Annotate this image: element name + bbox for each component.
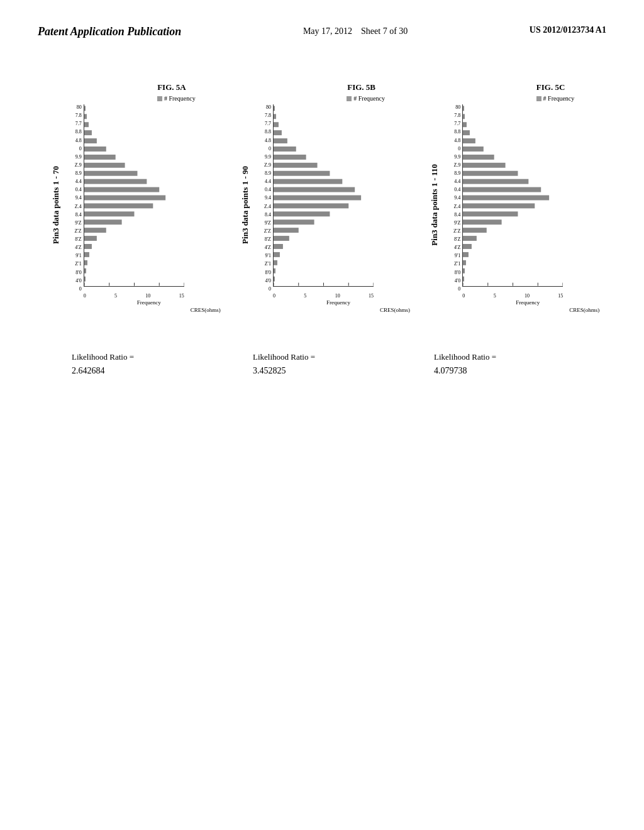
svg-rect-68 — [463, 163, 506, 168]
likelihood-section: Likelihood Ratio = 2.642684 Likelihood R… — [38, 351, 606, 378]
svg-rect-48 — [274, 106, 275, 111]
svg-rect-28 — [274, 268, 275, 274]
histogram-svg-5a — [84, 104, 184, 287]
svg-rect-10 — [84, 196, 165, 201]
svg-rect-19 — [84, 122, 89, 127]
chart-inner-5b: 80 7.8 7.7 8.8 4.8 0 9.9 Z.9 8.9 4.4 0.4… — [255, 104, 404, 306]
svg-rect-33 — [274, 228, 299, 233]
svg-rect-13 — [84, 171, 137, 176]
svg-rect-36 — [274, 203, 348, 208]
svg-rect-75 — [463, 106, 464, 111]
chart-area-5c: Pin3 data points 1 - 110 80 7.8 7.7 8.8 … — [430, 104, 593, 306]
svg-rect-14 — [84, 163, 125, 168]
svg-rect-20 — [84, 114, 87, 119]
chart-fig5b: FIG. 5B # Frequency Pin3 data points 1 -… — [231, 82, 413, 313]
svg-rect-0 — [84, 277, 86, 282]
svg-rect-61 — [463, 219, 502, 224]
header-info: May 17, 2012 Sheet 7 of 30 — [303, 25, 408, 38]
svg-rect-63 — [463, 203, 535, 208]
svg-rect-60 — [463, 228, 487, 233]
likelihood-ratio-label-5b: Likelihood Ratio = — [253, 351, 391, 364]
likelihood-box-5c: Likelihood Ratio = 4.079738 — [434, 351, 572, 378]
svg-rect-38 — [274, 187, 355, 192]
svg-rect-30 — [274, 252, 280, 257]
chart-freq-label-5c: # Frequency — [536, 95, 575, 102]
svg-rect-45 — [274, 130, 282, 135]
svg-rect-11 — [84, 187, 159, 192]
likelihood-ratio-value-5c: 4.079738 — [434, 364, 572, 378]
svg-rect-44 — [274, 138, 287, 143]
likelihood-ratio-value-5b: 3.452825 — [253, 364, 391, 378]
chart-inner-5c: 80 7.8 7.7 8.8 4.8 0 9.9 Z.9 8.9 4.4 0.4… — [445, 104, 593, 306]
svg-rect-59 — [463, 236, 477, 241]
svg-rect-64 — [463, 196, 549, 201]
svg-rect-32 — [274, 236, 289, 241]
likelihood-ratio-label-5c: Likelihood Ratio = — [434, 351, 572, 364]
page-header: Patent Application Publication May 17, 2… — [0, 0, 644, 51]
svg-rect-56 — [463, 260, 466, 265]
publication-title: Patent Application Publication — [38, 25, 181, 38]
svg-rect-8 — [84, 211, 135, 216]
svg-rect-2 — [84, 260, 87, 265]
svg-rect-40 — [274, 171, 330, 176]
pub-date: May 17, 2012 — [303, 26, 352, 36]
cres-label-5a: CRES(ohms) — [191, 307, 221, 313]
svg-rect-42 — [274, 155, 306, 160]
chart-area-5b: Pin3 data points 1 - 90 80 7.8 7.7 8.8 4… — [240, 104, 404, 306]
main-content: FIG. 5A # Frequency Pin3 data points 1 -… — [0, 51, 644, 390]
svg-rect-62 — [463, 211, 518, 216]
chart-area-5a: Pin3 data points 1 - 70 80 7.8 7.7 8.8 4… — [51, 104, 214, 306]
chart-freq-label-5a: # Frequency — [157, 95, 196, 102]
y-axis-label-5a: Pin3 data points 1 - 70 — [51, 166, 61, 244]
x-label-5b: Frequency — [273, 299, 404, 306]
patent-number: US 2012/0123734 A1 — [530, 25, 606, 35]
chart-fig5a: FIG. 5A # Frequency Pin3 data points 1 -… — [42, 82, 224, 313]
chart-title-5a: FIG. 5A — [157, 82, 186, 92]
svg-rect-43 — [274, 147, 296, 152]
svg-rect-55 — [463, 268, 465, 274]
freq-square-5a — [157, 96, 162, 101]
charts-row: FIG. 5A # Frequency Pin3 data points 1 -… — [38, 82, 606, 313]
svg-rect-29 — [274, 260, 277, 265]
svg-rect-17 — [84, 138, 97, 143]
svg-rect-66 — [463, 179, 528, 184]
x-ticks-5b: 0 5 10 15 — [273, 292, 374, 299]
y-axis-label-5b: Pin3 data points 1 - 90 — [240, 166, 250, 244]
svg-rect-72 — [463, 130, 470, 135]
likelihood-ratio-value-5a: 2.642684 — [72, 364, 210, 378]
svg-rect-58 — [463, 244, 472, 249]
svg-rect-54 — [463, 277, 464, 282]
x-ticks-5c: 0 5 10 15 — [462, 292, 563, 299]
svg-rect-3 — [84, 252, 89, 257]
chart-title-5c: FIG. 5C — [536, 82, 565, 92]
chart-inner-5a: 80 7.8 7.7 8.8 4.8 0 9.9 Z.9 8.9 4.4 0.4… — [66, 104, 214, 306]
chart-fig5c: FIG. 5C # Frequency Pin3 data points 1 -… — [420, 82, 602, 313]
x-label-5a: Frequency — [84, 299, 214, 306]
svg-rect-46 — [274, 122, 279, 127]
svg-rect-12 — [84, 179, 147, 184]
svg-rect-69 — [463, 155, 494, 160]
y-axis-label-5c: Pin3 data points 1 - 110 — [430, 164, 440, 246]
svg-rect-34 — [274, 219, 314, 224]
svg-rect-18 — [84, 130, 92, 135]
svg-rect-73 — [463, 122, 467, 127]
histogram-svg-5c — [462, 104, 563, 287]
svg-rect-7 — [84, 219, 122, 224]
svg-rect-6 — [84, 228, 106, 233]
cres-label-5b: CRES(ohms) — [380, 307, 410, 313]
sheet-info: Sheet 7 of 30 — [361, 26, 408, 36]
chart-title-5b: FIG. 5B — [347, 82, 375, 92]
histogram-svg-5b — [273, 104, 374, 287]
likelihood-box-5b: Likelihood Ratio = 3.452825 — [253, 351, 391, 378]
freq-square-5c — [536, 96, 541, 101]
svg-rect-16 — [84, 147, 106, 152]
cres-label-5c: CRES(ohms) — [569, 307, 599, 313]
svg-rect-27 — [274, 277, 275, 282]
svg-rect-71 — [463, 138, 475, 143]
svg-rect-31 — [274, 244, 283, 249]
svg-rect-9 — [84, 203, 153, 208]
freq-square-5b — [347, 96, 352, 101]
svg-rect-21 — [84, 106, 86, 111]
svg-rect-37 — [274, 196, 361, 201]
x-label-5c: Frequency — [462, 299, 593, 306]
